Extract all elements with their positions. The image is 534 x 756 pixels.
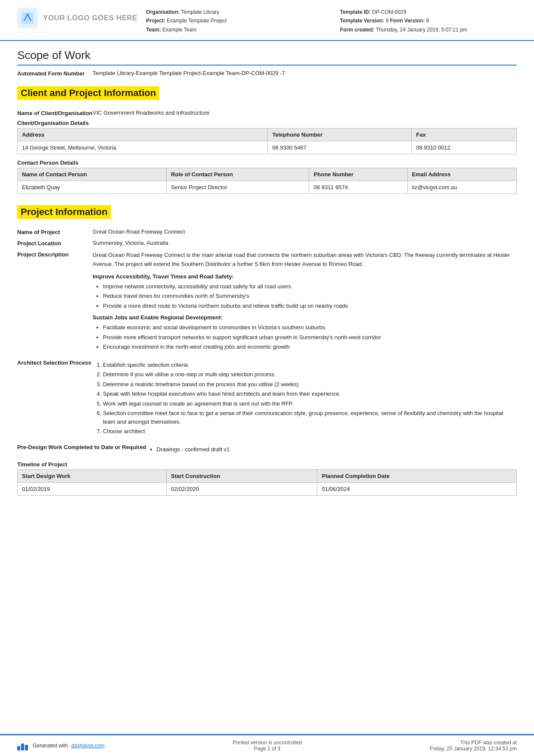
project-name-row: Name of Project Great Ocean Road Freeway… — [17, 228, 517, 235]
list-item: Provide a more direct route to Victoria … — [103, 302, 517, 310]
contact-role-col-header: Role of Contact Person — [166, 168, 309, 181]
predesign-list: Drawings - confirmed draft v1 — [146, 445, 517, 454]
contact-details-title: Contact Person Details — [17, 159, 517, 166]
footer: Generated with dashpivot.com Printed ver… — [0, 734, 534, 756]
bar-icon-1 — [17, 746, 20, 750]
list-item: Improve network connectivity, accessibil… — [103, 282, 517, 291]
automated-form-value: Template Library-Example Template Projec… — [93, 70, 517, 76]
client-name-row: Name of Client/Organisation VIC Governme… — [17, 109, 517, 116]
footer-center: Printed version is uncontrolled Page 1 o… — [233, 740, 302, 752]
timeline-completion-col-header: Planned Completion Date — [317, 470, 517, 483]
contact-details-table: Name of Contact Person Role of Contact P… — [17, 168, 517, 194]
bar-icon-2 — [21, 744, 24, 750]
list-item: Choose architect — [103, 427, 517, 436]
list-item: Provide more efficient transport network… — [103, 333, 517, 342]
generated-text: Generated with — [33, 743, 68, 749]
predesign-label: Pre-Design Work Completed to Date or Req… — [17, 444, 146, 450]
client-section-heading: Client and Project Information — [17, 80, 517, 105]
team-line: Team: Example Team — [146, 25, 323, 34]
address-value: 14 George Street, Melbourne, Victoria — [18, 141, 268, 154]
header-meta-right: Template ID: DP-COM-0029 Template Versio… — [340, 8, 517, 34]
template-version-line: Template Version: 9 Form Version: 6 — [340, 16, 517, 25]
footer-left: Generated with dashpivot.com — [17, 741, 105, 750]
project-location-row: Project Location Summersby, Victoria, Au… — [17, 240, 517, 247]
project-location-label: Project Location — [17, 240, 93, 247]
org-details-row: 14 George Street, Melbourne, Victoria 08… — [18, 141, 517, 154]
contact-email-value: liz@vicgvt.com.au — [407, 181, 516, 194]
list-item: Determine a realistic timeframe based on… — [103, 380, 517, 389]
client-name-label: Name of Client/Organisation — [17, 109, 93, 116]
list-item: Selection committee meet face to face to… — [103, 409, 517, 426]
project-line: Project: Example Template Project — [146, 16, 323, 25]
improve-title: Improve Accessibility, Travel Times and … — [93, 273, 517, 280]
main-content: Scope of Work Automated Form Number Temp… — [0, 41, 534, 734]
list-item: Work with legal counsel to create an agr… — [103, 400, 517, 408]
list-item: Determine if you will utilise a one-step… — [103, 370, 517, 379]
timeline-construction-value: 02/02/2020 — [166, 483, 317, 496]
logo-icon — [17, 8, 38, 28]
list-item: Establish specific selection criteria — [103, 361, 517, 369]
org-line: Organisation: Template Library — [146, 8, 323, 16]
org-details-title: Client/Organisation Details — [17, 120, 517, 126]
automated-form-row: Automated Form Number Template Library-E… — [17, 70, 517, 77]
sustain-list: Facilitate economic and social developme… — [93, 323, 517, 351]
logo-area: Your Logo Goes Here — [17, 8, 137, 28]
timeline-start-col-header: Start Design Work — [18, 470, 167, 483]
telephone-col-header: Telephone Number — [268, 128, 412, 141]
project-name-label: Name of Project — [17, 228, 93, 235]
page-text: Page 1 of 3 — [233, 746, 302, 752]
form-created-line: Form created: Thursday, 24 January 2019,… — [340, 25, 517, 34]
pdf-date: Friday, 25 January 2019, 12:34:53 pm — [430, 746, 517, 752]
contact-phone-value: 08 9311 6574 — [309, 181, 407, 194]
contact-details-row: Elizabeth Quay Senior Project Director 0… — [18, 181, 517, 194]
contact-name-value: Elizabeth Quay — [18, 181, 167, 194]
predesign-content: Drawings - confirmed draft v1 — [146, 444, 517, 457]
org-details-table: Address Telephone Number Fax 14 George S… — [17, 128, 517, 154]
list-item: Drawings - confirmed draft v1 — [157, 445, 517, 454]
architect-selection-content: Establish specific selection criteria De… — [93, 359, 517, 439]
address-col-header: Address — [18, 128, 268, 141]
header-meta-left: Organisation: Template Library Project: … — [146, 8, 323, 34]
fax-value: 08 9310 0012 — [412, 141, 517, 154]
list-item: Reduce travel times for communities nort… — [103, 292, 517, 300]
footer-right: This PDF was created at Friday, 25 Janua… — [430, 740, 517, 752]
predesign-row: Pre-Design Work Completed to Date or Req… — [17, 444, 517, 457]
page: Your Logo Goes Here Organisation: Templa… — [0, 0, 534, 756]
project-location-value: Summersby, Victoria, Australia — [93, 240, 517, 246]
project-name-value: Great Ocean Road Freeway Connect — [93, 228, 517, 235]
project-heading-text: Project Information — [17, 205, 111, 219]
timeline-construction-col-header: Start Construction — [166, 470, 317, 483]
uncontrolled-text: Printed version is uncontrolled — [233, 740, 302, 746]
project-description-label: Project Description — [17, 251, 93, 258]
list-item: Encourage investment in the north-west c… — [103, 343, 517, 351]
pdf-text: This PDF was created at — [430, 740, 517, 746]
timeline-table: Start Design Work Start Construction Pla… — [17, 469, 517, 496]
fax-col-header: Fax — [412, 128, 517, 141]
header: Your Logo Goes Here Organisation: Templa… — [0, 0, 534, 41]
contact-email-col-header: Email Address — [407, 168, 516, 181]
telephone-value: 08 9300 5467 — [268, 141, 412, 154]
project-description-row: Project Description Great Ocean Road Fre… — [17, 251, 517, 355]
architect-selection-row: Architect Selection Process Establish sp… — [17, 359, 517, 439]
bar-icon-3 — [25, 745, 28, 750]
list-item: Facilitate economic and social developme… — [103, 323, 517, 332]
logo-text: Your Logo Goes Here — [43, 14, 137, 22]
dashpivot-icon — [17, 741, 29, 750]
project-description-text: Great Ocean Road Freeway Connect is the … — [93, 251, 517, 269]
timeline-row: 01/02/2019 02/02/2020 01/06/2024 — [18, 483, 517, 496]
client-name-value: VIC Government Roadworks and Infrastruct… — [93, 109, 517, 116]
architect-steps-list: Establish specific selection criteria De… — [93, 361, 517, 436]
timeline-start-value: 01/02/2019 — [18, 483, 167, 496]
list-item: Speak with fellow hospital executives wh… — [103, 390, 517, 398]
project-description-content: Great Ocean Road Freeway Connect is the … — [93, 251, 517, 355]
scope-title: Scope of Work — [17, 49, 517, 66]
sustain-title: Sustain Jobs and Enable Regional Develop… — [93, 314, 517, 321]
contact-name-col-header: Name of Contact Person — [18, 168, 167, 181]
timeline-completion-value: 01/06/2024 — [317, 483, 517, 496]
improve-list: Improve network connectivity, accessibil… — [93, 282, 517, 310]
dashpivot-link[interactable]: dashpivot.com — [71, 743, 104, 749]
header-meta: Organisation: Template Library Project: … — [137, 8, 517, 34]
template-id-line: Template ID: DP-COM-0029 — [340, 8, 517, 16]
client-heading-text: Client and Project Information — [17, 86, 159, 100]
automated-form-label: Automated Form Number — [17, 70, 93, 77]
